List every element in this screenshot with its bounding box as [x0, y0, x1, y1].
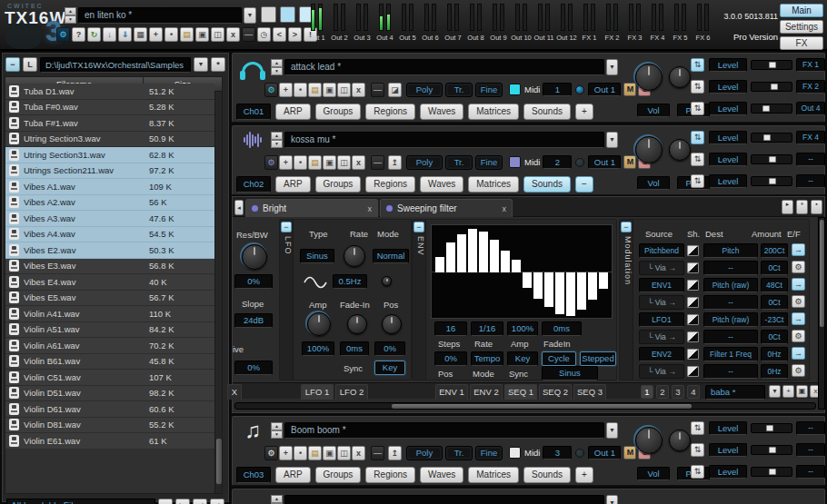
- mute-button[interactable]: M: [623, 155, 636, 169]
- send-dest-select[interactable]: Out 4: [796, 102, 825, 115]
- nav-fx-button[interactable]: FX: [780, 36, 823, 50]
- send-level-button[interactable]: Level: [709, 131, 747, 144]
- mod-amount-field[interactable]: 0Ct: [761, 330, 788, 344]
- mute-button[interactable]: M: [623, 446, 636, 460]
- tab-env1[interactable]: ENV 1: [435, 384, 468, 400]
- pan-knob[interactable]: [669, 66, 691, 88]
- nav-main-button[interactable]: Main: [780, 4, 823, 17]
- play-preview-icon[interactable]: ▶: [175, 499, 190, 504]
- seq-stepped-button[interactable]: Stepped: [580, 351, 616, 366]
- step-bar[interactable]: [501, 251, 510, 272]
- mute-button[interactable]: M: [623, 83, 636, 96]
- mod-page-2[interactable]: 2: [656, 385, 669, 399]
- seq-fadein-value[interactable]: 0ms: [542, 321, 582, 336]
- lfo-rate-knob[interactable]: [344, 245, 365, 267]
- program-dropdown-icon[interactable]: ▼: [606, 495, 618, 504]
- tab-waves[interactable]: Waves: [420, 176, 463, 193]
- lfo-fade-value[interactable]: 0ms: [340, 341, 369, 356]
- channel-number-tab[interactable]: Ch01: [236, 104, 271, 120]
- pan-knob[interactable]: [669, 430, 691, 451]
- filter-tab-clipped[interactable]: X: [227, 384, 242, 400]
- file-row[interactable]: Violin D81.wav55.2 K: [5, 418, 214, 434]
- copy-icon[interactable]: ◫: [337, 155, 351, 170]
- channel-number-tab[interactable]: Ch03: [236, 467, 271, 483]
- mod-source-select[interactable]: └ Via →: [639, 295, 684, 310]
- send-level-button[interactable]: Level: [709, 58, 747, 72]
- midi-channel-field[interactable]: 1: [543, 83, 572, 96]
- file-list-scrollbar[interactable]: [214, 92, 222, 493]
- mod-page-3[interactable]: 3: [672, 385, 684, 399]
- channel-number-tab[interactable]: Ch02: [236, 176, 271, 193]
- path-dropdown-icon[interactable]: ▼: [194, 57, 208, 72]
- send-meter-icon[interactable]: ⇅: [691, 131, 704, 144]
- file-row[interactable]: Violin D51.wav98.2 K: [5, 386, 214, 402]
- step-bar[interactable]: [435, 257, 444, 272]
- file-row[interactable]: Utrings Section211.wav97.2 K: [5, 163, 214, 180]
- mod-dest-select[interactable]: --: [703, 295, 758, 310]
- program-dropdown-icon[interactable]: ▼: [606, 132, 618, 148]
- scrollbar-thumb[interactable]: [216, 439, 222, 484]
- mod-dest-select[interactable]: Filter 1 Freq: [703, 347, 758, 361]
- mod-shape-button[interactable]: [687, 349, 699, 360]
- add-icon[interactable]: +: [149, 27, 163, 42]
- tab-[interactable]: +: [575, 467, 593, 483]
- step-bar[interactable]: [468, 229, 477, 272]
- lfo-pos-knob[interactable]: [382, 314, 402, 334]
- step-bar[interactable]: [599, 272, 608, 289]
- mod-gear-icon[interactable]: ⚙: [792, 295, 805, 308]
- send-dest-select[interactable]: --: [796, 174, 825, 188]
- send-dest-select[interactable]: --: [796, 421, 825, 435]
- tab-seq1[interactable]: SEQ 1: [504, 384, 537, 400]
- filter-dropdown-icon[interactable]: ▼: [158, 499, 173, 504]
- step-bar[interactable]: [512, 260, 521, 272]
- send-meter-icon[interactable]: ⇅: [691, 80, 704, 94]
- close-icon[interactable]: x: [352, 83, 365, 97]
- add-icon[interactable]: +: [279, 155, 293, 170]
- editor-tab-sweeping-filter[interactable]: Sweeping filterx: [380, 199, 513, 217]
- mod-source-select[interactable]: ENV2: [639, 347, 684, 361]
- res-bw-knob[interactable]: [242, 244, 267, 270]
- mod-amount-field[interactable]: 48Ct: [761, 278, 788, 292]
- tab-add-icon[interactable]: +: [796, 200, 808, 214]
- file-row[interactable]: Tuba D1.wav51.2 K: [5, 84, 214, 100]
- collapse-env-button[interactable]: −: [414, 222, 424, 232]
- tab-[interactable]: +: [575, 104, 593, 120]
- program-name-field[interactable]: attack lead *: [284, 59, 604, 75]
- seq-mode-value[interactable]: Tempo: [471, 351, 503, 366]
- channel-color-swatch[interactable]: [509, 84, 521, 95]
- lfo-sync-value[interactable]: Key: [374, 361, 405, 375]
- new-icon[interactable]: •: [294, 83, 307, 97]
- mod-source-select[interactable]: ENV1: [639, 278, 684, 292]
- tab-groups[interactable]: Groups: [315, 104, 362, 120]
- nav-settings-button[interactable]: Settings: [780, 20, 823, 34]
- minimize-icon[interactable]: —: [371, 83, 384, 97]
- collapse-lfo-button[interactable]: −: [281, 222, 292, 232]
- tab-regions[interactable]: Regions: [365, 176, 415, 193]
- lfo-fade-knob[interactable]: [347, 314, 367, 334]
- close-icon[interactable]: x: [352, 446, 365, 460]
- mod-dest-select[interactable]: Pitch: [703, 243, 758, 258]
- send-meter-icon[interactable]: ⇅: [691, 153, 704, 166]
- midi-channel-field[interactable]: 3: [543, 446, 572, 460]
- file-row[interactable]: Violin D61.wav60.6 K: [5, 401, 214, 418]
- file-row[interactable]: Vibes A1.wav109 K: [5, 179, 214, 195]
- copy-icon[interactable]: ◫: [337, 83, 351, 97]
- tab-groups[interactable]: Groups: [315, 467, 362, 483]
- drive-value[interactable]: 0%: [234, 361, 273, 375]
- file-row[interactable]: Violin B61.wav45.8 K: [5, 354, 214, 371]
- tab-sounds[interactable]: Sounds: [523, 176, 571, 193]
- recycle-icon[interactable]: ↻: [87, 27, 101, 42]
- save-icon[interactable]: ▣: [323, 83, 336, 97]
- tab-lfo1[interactable]: LFO 1: [301, 384, 334, 400]
- mod-source-select[interactable]: └ Via →: [639, 364, 684, 379]
- program-dropdown-icon[interactable]: ▼: [606, 59, 618, 75]
- mode-poly-button[interactable]: Poly: [406, 83, 443, 97]
- program-spinner[interactable]: ▲▼: [271, 132, 283, 148]
- slider-thumb[interactable]: [769, 447, 776, 453]
- step-bar[interactable]: [544, 272, 553, 307]
- tab-seq3[interactable]: SEQ 3: [573, 384, 606, 400]
- lfo-amp-value[interactable]: 100%: [302, 341, 334, 356]
- display-mode-icon[interactable]: ↥: [388, 446, 402, 460]
- editor-vscrollbar[interactable]: [818, 217, 825, 410]
- lfo-type-select[interactable]: Sinus: [300, 249, 334, 263]
